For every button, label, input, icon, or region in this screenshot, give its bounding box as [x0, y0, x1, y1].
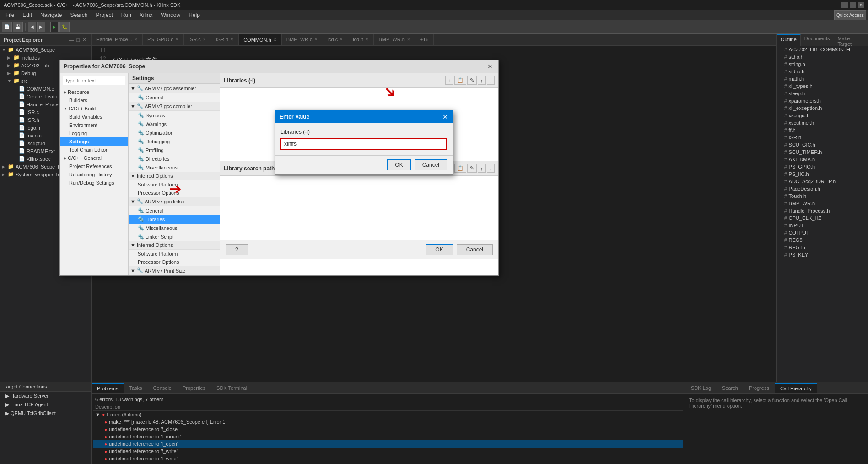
properties-dialog-close-btn[interactable]: ✕	[485, 63, 495, 70]
outline-item-xil-types[interactable]: #xil_types.h	[777, 82, 868, 90]
arm-compiler-header[interactable]: ▼ 🔧 ARM v7 gcc compiler	[129, 102, 220, 111]
assembler-general[interactable]: 🔩 General	[129, 93, 220, 102]
progress-tab[interactable]: Progress	[744, 383, 775, 393]
left-tree-build-vars[interactable]: Build Variables	[60, 113, 128, 121]
outline-item-reg8[interactable]: #REG8	[777, 236, 868, 244]
error-item-4[interactable]: ● undefined reference to 'f_open'	[93, 440, 683, 448]
left-tree-run-debug[interactable]: Run/Debug Settings	[60, 179, 128, 187]
inferred-proc-options-2[interactable]: Processor Options	[129, 258, 220, 266]
compiler-directories[interactable]: 🔩Directories	[129, 154, 220, 163]
forward-btn[interactable]: ▶	[37, 22, 45, 32]
error-item-6[interactable]: ● undefined reference to 'f_write'	[93, 455, 683, 462]
error-item-1[interactable]: ● make: *** [makefile:48: ACM7606_Scope.…	[93, 418, 683, 426]
outline-item-ff[interactable]: #ff.h	[777, 126, 868, 134]
outline-item-math[interactable]: #math.h	[777, 75, 868, 82]
outline-item-adcacq[interactable]: #ADC_Acq2DDR_IP.h	[777, 178, 868, 185]
outline-item-xparams[interactable]: #xparameters.h	[777, 97, 868, 104]
compiler-symbols[interactable]: 🔩Symbols	[129, 111, 220, 120]
outline-item-cpuclk[interactable]: #CPU_CLK_HZ	[777, 214, 868, 222]
tab-lcd-c[interactable]: lcd.c ✕	[323, 34, 349, 45]
left-tree-builders[interactable]: Builders	[60, 96, 128, 104]
outline-item-stdio[interactable]: #stdio.h	[777, 53, 868, 60]
lib-add-btn[interactable]: +	[445, 76, 453, 85]
left-tree-cpp-general[interactable]: ▶ C/C++ General	[60, 154, 128, 162]
minimize-btn[interactable]: —	[841, 2, 848, 8]
outline-item-output[interactable]: #OUTPUT	[777, 229, 868, 236]
outline-item-pskey[interactable]: #PS_KEY	[777, 251, 868, 258]
outline-item-axidma[interactable]: #AXI_DMA.h	[777, 156, 868, 163]
build-btn[interactable]: ▶	[50, 22, 59, 32]
menu-xilinx[interactable]: Xilinx	[136, 11, 156, 19]
tab-isr-c[interactable]: ISR.c ✕	[184, 34, 211, 45]
outline-item-xscugic[interactable]: #xscugic.h	[777, 112, 868, 119]
compiler-profiling[interactable]: 🔩Profiling	[129, 146, 220, 154]
tab-common-h[interactable]: COMMON.h ✕	[239, 34, 282, 45]
outline-item-stdlib[interactable]: #stdlib.h	[777, 68, 868, 75]
new-btn[interactable]: 📄	[2, 22, 12, 32]
compiler-optimization[interactable]: 🔩Optimization	[129, 128, 220, 137]
panel-minimize-btn[interactable]: —	[68, 36, 75, 43]
outline-tab-outline[interactable]: Outline	[777, 34, 801, 46]
outline-item-psiic[interactable]: #PS_IIC.h	[777, 170, 868, 178]
outline-item-xscutimer[interactable]: #xscutimer.h	[777, 119, 868, 126]
properties-help-btn[interactable]: ?	[226, 244, 248, 255]
call-hierarchy-tab[interactable]: Call Hierarchy	[775, 383, 817, 393]
outline-item-scutimer[interactable]: #SCU_TIMER.h	[777, 148, 868, 156]
enter-dialog-input[interactable]	[280, 138, 447, 150]
outline-item-input[interactable]: #INPUT	[777, 222, 868, 229]
tab-bmp-wr-h[interactable]: BMP_WR.h ✕	[374, 34, 415, 45]
error-item-5[interactable]: ● undefined reference to 'f_write'	[93, 448, 683, 455]
tab-isr-h[interactable]: ISR.h ✕	[211, 34, 239, 45]
problems-tab-problems[interactable]: Problems	[92, 383, 124, 393]
path-down-btn[interactable]: ↓	[487, 164, 495, 173]
left-tree-logging[interactable]: Logging	[60, 129, 128, 137]
menu-project[interactable]: Project	[92, 11, 116, 19]
search-tab[interactable]: Search	[717, 383, 744, 393]
quick-access-btn[interactable]: Quick Access	[834, 10, 866, 20]
arm-assembler-header[interactable]: ▼ 🔧 ARM v7 gcc assembler	[129, 84, 220, 93]
menu-file[interactable]: File	[2, 11, 18, 19]
compiler-warnings[interactable]: 🔩Warnings	[129, 120, 220, 128]
compiler-misc[interactable]: 🔩Miscellaneous	[129, 163, 220, 172]
lib-down-btn[interactable]: ↓	[487, 76, 495, 85]
back-btn[interactable]: ◀	[28, 22, 36, 32]
outline-tab-documents[interactable]: Documents	[801, 34, 834, 46]
left-tree-cpp-build[interactable]: ▼ C/C++ Build	[60, 104, 128, 113]
outline-item-string[interactable]: #string.h	[777, 60, 868, 68]
tree-item-acm7606[interactable]: ▼📁ACM7606_Scope	[0, 46, 91, 54]
inferred-linker-header[interactable]: ▼ Inferred Options	[129, 241, 220, 250]
problems-tab-console[interactable]: Console	[148, 383, 177, 393]
path-up-btn[interactable]: ↑	[478, 164, 486, 173]
inferred-compiler-header[interactable]: ▼ Inferred Options	[129, 172, 220, 180]
left-tree-settings[interactable]: Settings	[60, 137, 128, 146]
tc-linux-tcf[interactable]: ▶ Linux TCF Agent	[0, 400, 91, 409]
outline-tab-make-target[interactable]: Make Target	[834, 34, 868, 46]
error-item-2[interactable]: ● undefined reference to 'f_close'	[93, 426, 683, 433]
tab-more[interactable]: +16	[415, 34, 434, 45]
errors-section-header[interactable]: ▼ ● Errors (6 items)	[93, 411, 683, 418]
maximize-btn[interactable]: □	[850, 2, 856, 8]
compiler-debugging[interactable]: 🔩Debugging	[129, 137, 220, 146]
linker-misc[interactable]: 🔩Miscellaneous	[129, 224, 220, 232]
inferred-sw-platform-1[interactable]: Software Platform	[129, 180, 220, 189]
panel-close-btn[interactable]: ✕	[81, 36, 87, 43]
debug-btn[interactable]: 🐛	[59, 22, 70, 32]
menu-window[interactable]: Window	[157, 11, 184, 19]
tab-bmp-wr-c[interactable]: BMP_WR.c ✕	[282, 34, 323, 45]
enter-dialog-cancel-btn[interactable]: Cancel	[415, 159, 447, 170]
lib-edit-btn[interactable]: ✎	[467, 76, 477, 85]
menu-run[interactable]: Run	[118, 11, 135, 19]
outline-item-reg16[interactable]: #REG16	[777, 244, 868, 251]
properties-ok-btn[interactable]: OK	[426, 244, 453, 255]
outline-item-handleproc[interactable]: #Handle_Process.h	[777, 207, 868, 214]
props-filter-input[interactable]	[63, 76, 125, 85]
lib-copy-btn[interactable]: 📋	[454, 76, 466, 85]
left-tree-environment[interactable]: Environment	[60, 121, 128, 129]
panel-maximize-btn[interactable]: □	[75, 36, 81, 43]
outline-item-sleep[interactable]: #sleep.h	[777, 90, 868, 97]
inferred-sw-platform-2[interactable]: Software Platform	[129, 250, 220, 258]
print-size-header[interactable]: ▼ 🔧 ARM v7 Print Size	[129, 266, 220, 275]
save-btn[interactable]: 💾	[13, 22, 23, 32]
left-tree-project-refs[interactable]: Project References	[60, 162, 128, 170]
outline-item-isr[interactable]: #ISR.h	[777, 134, 868, 141]
